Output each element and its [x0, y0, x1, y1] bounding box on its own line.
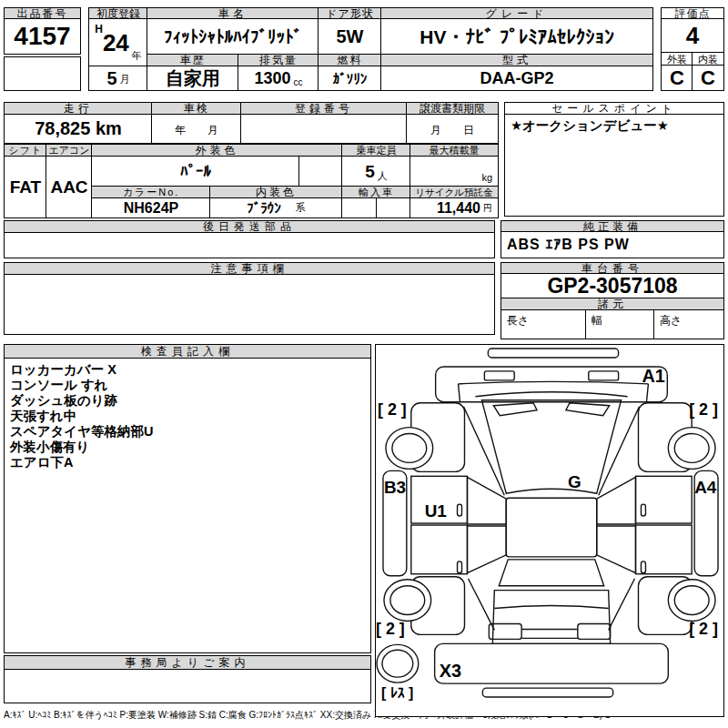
- sales-point-box: ★オークションデビュー★: [504, 114, 724, 217]
- rear-left-door: [411, 525, 468, 574]
- car-damage-diagram: A1 [ 2 ] [ 2 ] B3 A4 U1 G [ 2 ] [ 2 ] X3…: [375, 344, 724, 717]
- rear-bumper: [435, 643, 669, 683]
- month-suffix: 月: [120, 73, 130, 90]
- rear-right-window: [597, 526, 636, 573]
- transfer-deadline-value: 月 日: [406, 114, 499, 144]
- displacement-number: 1300: [254, 69, 290, 88]
- windshield: [481, 400, 621, 493]
- mark-front-corner: A1: [642, 366, 664, 386]
- right-taillight: [578, 623, 611, 639]
- car-name-value: ﾌｨｯﾄｼｬﾄﾙﾊｲﾌﾞﾘｯﾄﾞ: [147, 18, 319, 56]
- car-diagram-svg: A1 [ 2 ] [ 2 ] B3 A4 U1 G [ 2 ] [ 2 ] X3…: [376, 344, 723, 717]
- reg-month: 5: [106, 68, 116, 89]
- roof-panel: [506, 498, 596, 557]
- front-right-window: [597, 477, 636, 524]
- sales-point-text: ★オークションデビュー★: [511, 118, 669, 134]
- rear-right-door: [636, 525, 693, 574]
- registration-no-value: [240, 114, 408, 144]
- chassis-no-value: GP2-3057108: [500, 273, 724, 299]
- recycle-unit: 円: [483, 202, 492, 217]
- right-headlight: [589, 371, 619, 380]
- spec-length-cell: 長さ: [500, 309, 587, 339]
- office-box: [4, 669, 371, 703]
- color-no-value: NH624P: [91, 197, 211, 218]
- mark-left-front-door: U1: [425, 501, 447, 521]
- front-bumper-strip: [488, 349, 618, 358]
- inspection-value: 年 月: [151, 114, 242, 144]
- mark-windshield: G: [568, 472, 581, 491]
- inspector-note-line: コンソール すれ: [10, 378, 108, 393]
- a-pillars: [463, 407, 639, 495]
- left-taillight: [489, 623, 521, 639]
- first-registration-month: 5 月: [88, 66, 148, 91]
- inspector-note-line: ダッシュ板のり跡: [10, 393, 117, 409]
- rear-left-window: [467, 526, 506, 573]
- caution-box: [4, 274, 495, 335]
- year-suffix: 年: [132, 49, 142, 66]
- inspector-note-line: エアロ下A: [10, 455, 74, 470]
- exterior-color-empty-cell: [298, 156, 343, 187]
- era-letter: H: [95, 19, 103, 35]
- front-left-door-handle: [458, 504, 462, 516]
- taillight-bar: [521, 629, 578, 638]
- aircon-value: AAC: [46, 156, 93, 218]
- rear-right-rim: [674, 586, 709, 615]
- spare-tire-inner: [382, 650, 413, 677]
- front-left-rim: [392, 434, 427, 463]
- reg-year: 24: [103, 29, 129, 57]
- capacity-unit: 人: [378, 169, 388, 187]
- inspector-notes-box: ロッカーカバー X コンソール すれ ダッシュ板のり跡 天張すれ中 スペアタイヤ…: [4, 358, 371, 653]
- rear-right-door-handle: [641, 561, 645, 573]
- interior-color-value: ﾌﾞﾗｳﾝ 系: [209, 197, 343, 218]
- auction-sheet: 出品番号 4157 初度登録 H 24 年 5 月 車名 ﾌｨｯﾄｼｬﾄﾙﾊｲﾌ…: [0, 0, 728, 728]
- displacement-unit: cc: [294, 77, 303, 90]
- hood-sides: [459, 384, 649, 402]
- left-wiper: [493, 403, 537, 416]
- max-load-value: kg: [410, 156, 499, 187]
- mark-rear-bumper: X3: [440, 661, 461, 681]
- spec-width-cell: 幅: [585, 309, 655, 339]
- car-history-value: 自家用: [147, 66, 239, 91]
- rear-bumper-strip: [482, 688, 612, 697]
- mark-tire-front-left: [ 2 ]: [378, 400, 407, 419]
- mark-right-rocker: A4: [694, 478, 717, 497]
- grade-value: HV・ﾅﾋﾞ ﾌﾟﾚﾐｱﾑｾﾚｸｼｮﾝ: [380, 18, 653, 56]
- score-value: 4: [661, 18, 724, 54]
- exterior-color-value: ﾊﾟｰﾙ: [91, 156, 300, 187]
- rear-window: [499, 560, 603, 586]
- exterior-grade-value: C: [661, 65, 693, 91]
- mark-tire-front-right: [ 2 ]: [689, 400, 718, 419]
- recycle-deposit-value: 11,440 円: [410, 197, 499, 218]
- capacity-number: 5: [365, 162, 375, 182]
- interior-color-suffix: 系: [296, 201, 306, 215]
- recycle-amount: 11,440: [437, 200, 480, 217]
- auction-no-value: 4157: [4, 18, 81, 55]
- mark-tire-rear-right: [ 2 ]: [689, 620, 718, 638]
- interior-grade-value: C: [692, 65, 724, 91]
- import-car-cell-right: [376, 197, 411, 218]
- left-headlight: [484, 371, 514, 380]
- spec-height-cell: 高さ: [653, 309, 724, 339]
- rear-left-door-handle: [458, 561, 462, 573]
- mark-spare-tire: [ ﾚｽ ]: [381, 685, 413, 701]
- hood-edge: [459, 381, 649, 383]
- cowl-line: [475, 392, 627, 397]
- import-car-cell-left: [341, 197, 378, 218]
- auction-no-empty-cell: [4, 56, 81, 91]
- inspector-note-line: 天張すれ中: [10, 409, 76, 424]
- right-wiper: [566, 403, 610, 416]
- shift-value: FAT: [4, 156, 47, 218]
- front-right-door-handle: [641, 504, 645, 516]
- front-right-rim: [674, 434, 709, 463]
- front-left-window: [467, 477, 506, 524]
- door-shape-value: 5W: [318, 18, 382, 56]
- rear-hatch: [492, 591, 610, 644]
- fuel-value: ｶﾞｿﾘﾝ: [318, 66, 382, 91]
- inspector-note-line: スペアタイヤ等格納部U: [10, 424, 154, 440]
- rear-left-rim: [390, 586, 425, 615]
- hatch-line: [494, 606, 608, 609]
- later-parts-box: [4, 232, 495, 258]
- equipment-value: ABS ｴｱB PS PW: [500, 231, 724, 258]
- mark-tire-rear-left: [ 2 ]: [376, 620, 405, 638]
- capacity-value: 5 人: [341, 156, 411, 187]
